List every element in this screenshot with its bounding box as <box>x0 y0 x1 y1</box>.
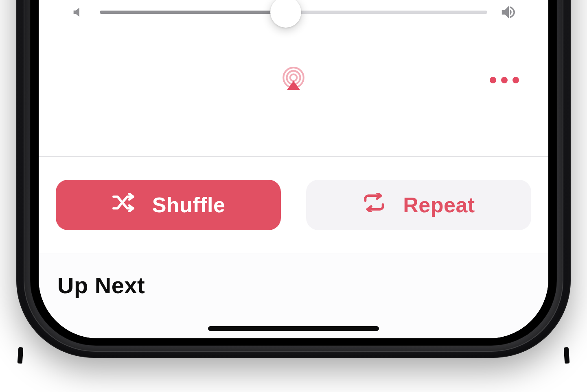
now-playing-screen: Shuffle Repeat Up Next <box>39 0 548 338</box>
volume-max-icon <box>499 2 519 22</box>
airplay-button[interactable] <box>278 65 309 96</box>
playback-mode-row: Shuffle Repeat <box>56 180 531 233</box>
home-indicator[interactable] <box>208 326 379 331</box>
shuffle-icon <box>112 193 135 217</box>
volume-slider-thumb[interactable] <box>270 0 301 28</box>
volume-mute-icon <box>68 2 88 22</box>
stage: Shuffle Repeat Up Next <box>0 0 587 392</box>
more-icon <box>501 77 508 83</box>
repeat-button[interactable]: Repeat <box>306 180 531 230</box>
shuffle-label: Shuffle <box>152 193 226 217</box>
section-divider <box>39 156 548 157</box>
antenna-band-left <box>18 347 24 364</box>
svg-point-2 <box>290 74 297 81</box>
output-row <box>68 62 519 98</box>
shuffle-button[interactable]: Shuffle <box>56 180 281 230</box>
repeat-icon <box>362 193 386 217</box>
airplay-icon <box>280 66 307 94</box>
volume-slider[interactable] <box>100 11 487 14</box>
up-next-section[interactable]: Up Next <box>39 253 548 338</box>
antenna-band-right <box>564 347 570 364</box>
up-next-title: Up Next <box>57 272 145 298</box>
more-icon <box>490 77 496 83</box>
repeat-label: Repeat <box>403 193 475 217</box>
more-button[interactable] <box>486 70 519 90</box>
phone-screen: Shuffle Repeat Up Next <box>39 0 548 338</box>
more-icon <box>513 77 519 83</box>
volume-row <box>68 0 519 28</box>
